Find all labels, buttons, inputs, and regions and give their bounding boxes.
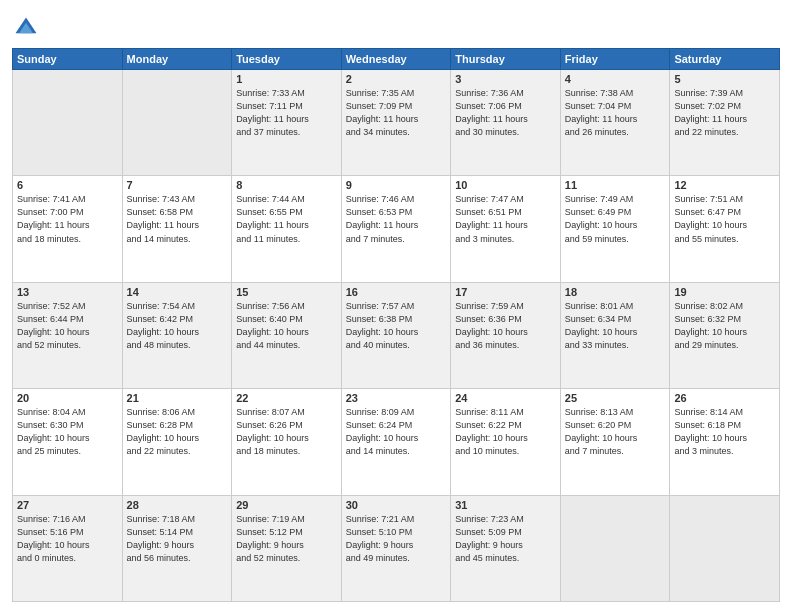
- day-number: 15: [236, 286, 337, 298]
- day-info: Sunrise: 7:41 AM Sunset: 7:00 PM Dayligh…: [17, 193, 118, 245]
- day-number: 23: [346, 392, 447, 404]
- day-info: Sunrise: 7:51 AM Sunset: 6:47 PM Dayligh…: [674, 193, 775, 245]
- day-cell: 31Sunrise: 7:23 AM Sunset: 5:09 PM Dayli…: [451, 495, 561, 601]
- day-number: 16: [346, 286, 447, 298]
- day-cell: 4Sunrise: 7:38 AM Sunset: 7:04 PM Daylig…: [560, 70, 670, 176]
- day-cell: 20Sunrise: 8:04 AM Sunset: 6:30 PM Dayli…: [13, 389, 123, 495]
- day-info: Sunrise: 7:35 AM Sunset: 7:09 PM Dayligh…: [346, 87, 447, 139]
- day-info: Sunrise: 7:36 AM Sunset: 7:06 PM Dayligh…: [455, 87, 556, 139]
- day-number: 6: [17, 179, 118, 191]
- day-cell: 10Sunrise: 7:47 AM Sunset: 6:51 PM Dayli…: [451, 176, 561, 282]
- col-header-sunday: Sunday: [13, 49, 123, 70]
- day-number: 22: [236, 392, 337, 404]
- col-header-thursday: Thursday: [451, 49, 561, 70]
- day-cell: 13Sunrise: 7:52 AM Sunset: 6:44 PM Dayli…: [13, 282, 123, 388]
- day-number: 5: [674, 73, 775, 85]
- day-number: 26: [674, 392, 775, 404]
- day-cell: [670, 495, 780, 601]
- col-header-wednesday: Wednesday: [341, 49, 451, 70]
- calendar-table: SundayMondayTuesdayWednesdayThursdayFrid…: [12, 48, 780, 602]
- day-number: 4: [565, 73, 666, 85]
- day-cell: 30Sunrise: 7:21 AM Sunset: 5:10 PM Dayli…: [341, 495, 451, 601]
- day-cell: 28Sunrise: 7:18 AM Sunset: 5:14 PM Dayli…: [122, 495, 232, 601]
- day-number: 1: [236, 73, 337, 85]
- day-number: 28: [127, 499, 228, 511]
- logo-icon: [12, 14, 40, 42]
- day-number: 17: [455, 286, 556, 298]
- day-info: Sunrise: 8:11 AM Sunset: 6:22 PM Dayligh…: [455, 406, 556, 458]
- day-cell: 2Sunrise: 7:35 AM Sunset: 7:09 PM Daylig…: [341, 70, 451, 176]
- day-info: Sunrise: 8:02 AM Sunset: 6:32 PM Dayligh…: [674, 300, 775, 352]
- day-number: 2: [346, 73, 447, 85]
- col-header-tuesday: Tuesday: [232, 49, 342, 70]
- day-info: Sunrise: 7:16 AM Sunset: 5:16 PM Dayligh…: [17, 513, 118, 565]
- day-cell: 25Sunrise: 8:13 AM Sunset: 6:20 PM Dayli…: [560, 389, 670, 495]
- day-number: 20: [17, 392, 118, 404]
- day-number: 27: [17, 499, 118, 511]
- day-cell: 19Sunrise: 8:02 AM Sunset: 6:32 PM Dayli…: [670, 282, 780, 388]
- day-info: Sunrise: 8:01 AM Sunset: 6:34 PM Dayligh…: [565, 300, 666, 352]
- col-header-monday: Monday: [122, 49, 232, 70]
- day-info: Sunrise: 8:09 AM Sunset: 6:24 PM Dayligh…: [346, 406, 447, 458]
- day-info: Sunrise: 7:56 AM Sunset: 6:40 PM Dayligh…: [236, 300, 337, 352]
- day-info: Sunrise: 8:06 AM Sunset: 6:28 PM Dayligh…: [127, 406, 228, 458]
- header: [12, 10, 780, 42]
- week-row-4: 20Sunrise: 8:04 AM Sunset: 6:30 PM Dayli…: [13, 389, 780, 495]
- day-cell: 26Sunrise: 8:14 AM Sunset: 6:18 PM Dayli…: [670, 389, 780, 495]
- day-cell: 15Sunrise: 7:56 AM Sunset: 6:40 PM Dayli…: [232, 282, 342, 388]
- week-row-3: 13Sunrise: 7:52 AM Sunset: 6:44 PM Dayli…: [13, 282, 780, 388]
- day-cell: 12Sunrise: 7:51 AM Sunset: 6:47 PM Dayli…: [670, 176, 780, 282]
- day-info: Sunrise: 7:21 AM Sunset: 5:10 PM Dayligh…: [346, 513, 447, 565]
- day-cell: 9Sunrise: 7:46 AM Sunset: 6:53 PM Daylig…: [341, 176, 451, 282]
- day-cell: 24Sunrise: 8:11 AM Sunset: 6:22 PM Dayli…: [451, 389, 561, 495]
- day-cell: 18Sunrise: 8:01 AM Sunset: 6:34 PM Dayli…: [560, 282, 670, 388]
- day-cell: 21Sunrise: 8:06 AM Sunset: 6:28 PM Dayli…: [122, 389, 232, 495]
- day-number: 13: [17, 286, 118, 298]
- day-info: Sunrise: 7:18 AM Sunset: 5:14 PM Dayligh…: [127, 513, 228, 565]
- day-cell: [13, 70, 123, 176]
- day-info: Sunrise: 7:38 AM Sunset: 7:04 PM Dayligh…: [565, 87, 666, 139]
- day-info: Sunrise: 7:57 AM Sunset: 6:38 PM Dayligh…: [346, 300, 447, 352]
- day-number: 11: [565, 179, 666, 191]
- day-info: Sunrise: 7:59 AM Sunset: 6:36 PM Dayligh…: [455, 300, 556, 352]
- day-cell: 23Sunrise: 8:09 AM Sunset: 6:24 PM Dayli…: [341, 389, 451, 495]
- week-row-5: 27Sunrise: 7:16 AM Sunset: 5:16 PM Dayli…: [13, 495, 780, 601]
- day-info: Sunrise: 7:54 AM Sunset: 6:42 PM Dayligh…: [127, 300, 228, 352]
- day-number: 3: [455, 73, 556, 85]
- day-cell: 6Sunrise: 7:41 AM Sunset: 7:00 PM Daylig…: [13, 176, 123, 282]
- page: SundayMondayTuesdayWednesdayThursdayFrid…: [0, 0, 792, 612]
- day-cell: 14Sunrise: 7:54 AM Sunset: 6:42 PM Dayli…: [122, 282, 232, 388]
- day-cell: 8Sunrise: 7:44 AM Sunset: 6:55 PM Daylig…: [232, 176, 342, 282]
- day-info: Sunrise: 7:52 AM Sunset: 6:44 PM Dayligh…: [17, 300, 118, 352]
- col-header-friday: Friday: [560, 49, 670, 70]
- day-number: 9: [346, 179, 447, 191]
- day-number: 18: [565, 286, 666, 298]
- day-number: 24: [455, 392, 556, 404]
- col-header-saturday: Saturday: [670, 49, 780, 70]
- day-info: Sunrise: 7:39 AM Sunset: 7:02 PM Dayligh…: [674, 87, 775, 139]
- day-info: Sunrise: 7:47 AM Sunset: 6:51 PM Dayligh…: [455, 193, 556, 245]
- logo: [12, 14, 42, 42]
- day-number: 10: [455, 179, 556, 191]
- day-number: 21: [127, 392, 228, 404]
- day-cell: 16Sunrise: 7:57 AM Sunset: 6:38 PM Dayli…: [341, 282, 451, 388]
- day-cell: 27Sunrise: 7:16 AM Sunset: 5:16 PM Dayli…: [13, 495, 123, 601]
- day-number: 25: [565, 392, 666, 404]
- day-cell: 17Sunrise: 7:59 AM Sunset: 6:36 PM Dayli…: [451, 282, 561, 388]
- day-number: 19: [674, 286, 775, 298]
- day-cell: 29Sunrise: 7:19 AM Sunset: 5:12 PM Dayli…: [232, 495, 342, 601]
- day-number: 7: [127, 179, 228, 191]
- day-info: Sunrise: 7:33 AM Sunset: 7:11 PM Dayligh…: [236, 87, 337, 139]
- header-row: SundayMondayTuesdayWednesdayThursdayFrid…: [13, 49, 780, 70]
- day-cell: 7Sunrise: 7:43 AM Sunset: 6:58 PM Daylig…: [122, 176, 232, 282]
- day-number: 8: [236, 179, 337, 191]
- day-cell: 1Sunrise: 7:33 AM Sunset: 7:11 PM Daylig…: [232, 70, 342, 176]
- day-info: Sunrise: 7:23 AM Sunset: 5:09 PM Dayligh…: [455, 513, 556, 565]
- day-cell: [122, 70, 232, 176]
- day-cell: [560, 495, 670, 601]
- day-cell: 3Sunrise: 7:36 AM Sunset: 7:06 PM Daylig…: [451, 70, 561, 176]
- day-number: 12: [674, 179, 775, 191]
- day-number: 29: [236, 499, 337, 511]
- day-info: Sunrise: 8:07 AM Sunset: 6:26 PM Dayligh…: [236, 406, 337, 458]
- day-info: Sunrise: 7:19 AM Sunset: 5:12 PM Dayligh…: [236, 513, 337, 565]
